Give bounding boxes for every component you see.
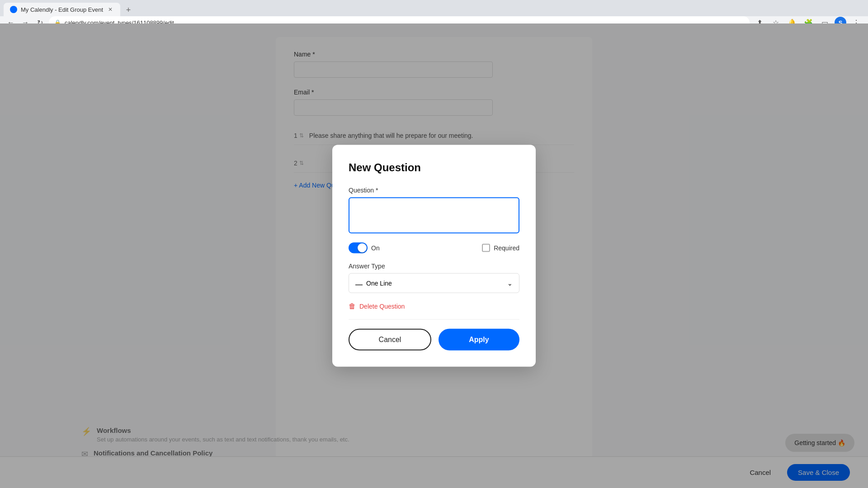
- modal-actions: Cancel Apply: [349, 329, 519, 351]
- required-label: Required: [494, 244, 519, 252]
- modal-controls-row: On Required: [349, 243, 519, 253]
- toggle-label: On: [371, 244, 380, 252]
- delete-question-label: Delete Question: [359, 303, 405, 310]
- answer-type-value: One Line: [366, 280, 392, 287]
- browser-chrome: My Calendly - Edit Group Event ✕ + ← → ↻…: [0, 0, 868, 23]
- modal-divider: [349, 319, 519, 320]
- answer-type-label: Answer Type: [349, 263, 519, 270]
- required-checkbox[interactable]: [482, 244, 490, 252]
- toggle-knob: [358, 244, 367, 253]
- new-question-modal: New Question Question * On Required Answ…: [332, 145, 536, 367]
- answer-type-dropdown[interactable]: One Line ⌄: [349, 273, 519, 293]
- question-textarea[interactable]: [349, 197, 519, 234]
- modal-cancel-button[interactable]: Cancel: [349, 329, 431, 351]
- trash-icon: 🗑: [349, 302, 356, 310]
- chevron-down-icon: ⌄: [507, 280, 513, 287]
- required-row: Required: [482, 244, 519, 252]
- new-tab-button[interactable]: +: [122, 4, 135, 16]
- tab-title: My Calendly - Edit Group Event: [21, 6, 103, 13]
- modal-apply-button[interactable]: Apply: [439, 329, 519, 351]
- tab-favicon: [10, 6, 17, 13]
- toggle-row: On: [349, 243, 380, 253]
- tab-close-button[interactable]: ✕: [107, 6, 114, 13]
- delete-question-button[interactable]: 🗑 Delete Question: [349, 302, 519, 310]
- question-field-label: Question *: [349, 187, 519, 194]
- page-content: Name * Email * 1 ⇅ Please share anything…: [0, 23, 868, 488]
- on-off-toggle[interactable]: [349, 243, 368, 253]
- modal-title: New Question: [349, 161, 519, 174]
- browser-tabs: My Calendly - Edit Group Event ✕ +: [0, 0, 868, 16]
- active-tab[interactable]: My Calendly - Edit Group Event ✕: [4, 3, 120, 16]
- one-line-icon: [355, 281, 363, 286]
